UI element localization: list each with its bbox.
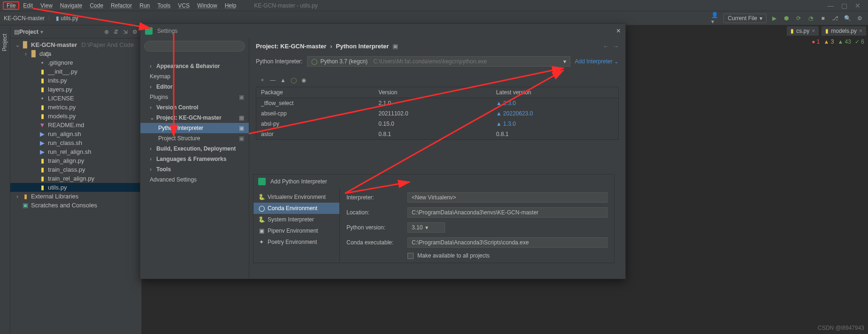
tree-item[interactable]: ▼README.md	[10, 121, 141, 129]
refresh-icon[interactable]: ◯	[291, 77, 297, 84]
settings-tree-item[interactable]: Python Interpreter▣	[140, 123, 249, 133]
menu-window[interactable]: Window	[193, 1, 221, 10]
settings-tree-item[interactable]: ›Version Control	[140, 102, 249, 113]
tree-root[interactable]: ⌄▉KE-GCN-masterD:\Paper And Code	[10, 40, 141, 49]
minimize-icon[interactable]: —	[827, 2, 834, 9]
weak-warning-count: ▲ 43	[837, 38, 851, 45]
menu-edit[interactable]: Edit	[19, 1, 37, 10]
stop-button[interactable]: ■	[818, 14, 828, 23]
settings-tree-item[interactable]: ›Languages & Frameworks	[140, 154, 249, 164]
table-row[interactable]: abseil-cpp20211102.0▲ 20220623.0	[256, 108, 618, 119]
search-icon[interactable]: 🔍	[843, 14, 852, 23]
col-version[interactable]: Version	[378, 89, 496, 96]
env-type-item[interactable]: 🐍Virtualenv Environment	[253, 191, 339, 203]
col-package[interactable]: Package	[261, 89, 378, 96]
tree-item[interactable]: ▪.gitignore	[10, 58, 141, 67]
menu-navigate[interactable]: Navigate	[56, 1, 86, 10]
table-row[interactable]: astor0.8.10.8.1	[256, 129, 618, 139]
close-icon[interactable]: ✕	[855, 2, 860, 9]
tree-item[interactable]: ▮train_rel_align.py	[10, 174, 141, 183]
editor-tab[interactable]: ▮models.py×	[822, 26, 866, 36]
conda-field[interactable]: C:\ProgramData\Anaconda3\Scripts\conda.e…	[407, 237, 607, 248]
eye-icon[interactable]: ◉	[301, 77, 306, 84]
tree-item[interactable]: ▮metrics.py	[10, 103, 141, 112]
settings-tree-item[interactable]: ›Appearance & Behavior	[140, 61, 249, 71]
make-available-checkbox[interactable]: Make available to all projects	[346, 252, 607, 259]
menu-refactor[interactable]: Refactor	[107, 1, 136, 10]
git-button[interactable]: ⎇	[830, 14, 840, 23]
pyver-select[interactable]: 3.10▾	[407, 222, 445, 233]
col-latest[interactable]: Latest version	[496, 89, 614, 96]
forward-icon[interactable]: →	[613, 43, 619, 50]
settings-tree-item[interactable]: ⌄Project: KE-GCN-master▣	[140, 113, 249, 123]
tree-item[interactable]: ›▉data	[10, 49, 141, 58]
tree-item[interactable]: ▪LICENSE	[10, 94, 141, 103]
add-package-button[interactable]: ＋	[260, 76, 265, 84]
crumb-project[interactable]: KE-GCN-master	[4, 15, 45, 22]
env-type-item[interactable]: ✦Poetry Environment	[253, 236, 339, 248]
menu-help[interactable]: Help	[221, 1, 240, 10]
tree-item[interactable]: ▶run_class.sh	[10, 138, 141, 147]
project-panel: ▤ Project ▾ ⊕ ⇵ ⇲ ⚙ ⌄▉KE-GCN-masterD:\Pa…	[10, 25, 142, 334]
chevron-icon: ›	[150, 63, 154, 69]
interpreter-field[interactable]: <New Virtualenv>	[407, 192, 607, 203]
settings-tree-item[interactable]: Plugins▣	[140, 92, 249, 102]
settings-tree-item[interactable]: Advanced Settings	[140, 175, 249, 185]
settings-tree-item[interactable]: Project Structure▣	[140, 133, 249, 144]
error-count: ● 1	[812, 38, 820, 45]
menu-view[interactable]: View	[37, 1, 56, 10]
project-tool-button[interactable]: Project	[0, 30, 9, 55]
user-icon[interactable]: 👤▾	[711, 14, 721, 23]
menu-tools[interactable]: Tools	[154, 1, 174, 10]
env-type-item[interactable]: ▣Pipenv Environment	[253, 225, 339, 236]
tree-item[interactable]: ▮layers.py	[10, 85, 141, 94]
coverage-button[interactable]: ⟳	[794, 14, 803, 23]
settings-tree-item[interactable]: ›Editor	[140, 82, 249, 92]
chevron-down-icon[interactable]: ▾	[40, 29, 43, 35]
tree-scratches[interactable]: ▣Scratches and Consoles	[10, 201, 141, 210]
menu-file[interactable]: File	[3, 1, 19, 10]
tree-item[interactable]: ▶run_rel_align.sh	[10, 147, 141, 156]
settings-search-input[interactable]	[144, 41, 245, 52]
table-row[interactable]: _tflow_select2.1.0▲ 2.3.0	[256, 98, 618, 108]
tree-item[interactable]: ▮models.py	[10, 112, 141, 121]
tree-item[interactable]: ▮utils.py	[10, 183, 141, 192]
add-interpreter-link[interactable]: Add Interpreter ⌄	[575, 58, 619, 65]
location-field[interactable]: C:\ProgramData\Anaconda3\envs\KE-GCN-mas…	[407, 207, 607, 218]
settings-tree-item[interactable]: ›Build, Execution, Deployment	[140, 144, 249, 154]
tree-item[interactable]: ▮train_class.py	[10, 165, 141, 174]
debug-button[interactable]: ⬢	[782, 14, 791, 23]
menu-code[interactable]: Code	[86, 1, 107, 10]
env-type-item[interactable]: 🐍System Interpreter	[253, 214, 339, 225]
collapse-icon[interactable]: ⇲	[123, 29, 128, 35]
settings-tree-item[interactable]: Keymap	[140, 71, 249, 82]
env-type-item[interactable]: ◯Conda Environment	[253, 203, 339, 214]
upgrade-package-button[interactable]: ▲	[280, 77, 286, 84]
tree-external[interactable]: ›▮External Libraries	[10, 192, 141, 201]
inspection-widget[interactable]: ● 1 ▲ 3 ▲ 43 ✓ 6	[812, 38, 864, 45]
close-icon[interactable]: ×	[812, 28, 815, 34]
remove-package-button[interactable]: —	[270, 77, 276, 84]
crumb-file[interactable]: ▮utils.py	[56, 15, 78, 22]
settings-tree-item[interactable]: ›Tools	[140, 164, 249, 175]
expand-icon[interactable]: ⇵	[114, 29, 118, 35]
table-row[interactable]: absl-py0.15.0▲ 1.3.0	[256, 119, 618, 129]
gear-icon[interactable]: ⚙	[132, 29, 138, 35]
interpreter-select[interactable]: ◯ Python 3.7 (kegcn) C:\Users\Mr.fa\.con…	[307, 56, 570, 67]
locate-icon[interactable]: ⊕	[104, 29, 109, 35]
tree-item[interactable]: ▮train_align.py	[10, 156, 141, 165]
settings-button[interactable]: ⚙	[855, 14, 864, 23]
maximize-icon[interactable]: ▢	[841, 2, 847, 9]
tree-item[interactable]: ▮__init__.py	[10, 67, 141, 76]
tree-item[interactable]: ▮inits.py	[10, 76, 141, 85]
menu-vcs[interactable]: VCS	[174, 1, 193, 10]
profile-button[interactable]: ◔	[806, 14, 815, 23]
close-icon[interactable]: ×	[616, 27, 621, 35]
tree-item[interactable]: ▶run_align.sh	[10, 129, 141, 138]
editor-tab[interactable]: ▮cs.py×	[787, 26, 819, 36]
close-icon[interactable]: ×	[859, 28, 862, 34]
run-button[interactable]: ▶	[769, 14, 779, 23]
menu-run[interactable]: Run	[136, 1, 154, 10]
back-icon[interactable]: ←	[603, 43, 609, 50]
run-config-select[interactable]: Current File▾	[723, 14, 767, 23]
